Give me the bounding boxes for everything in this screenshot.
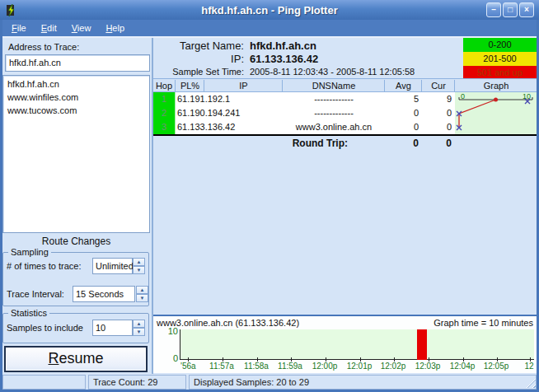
round-trip-avg: 0	[385, 138, 419, 149]
round-trip-cur: 0	[422, 138, 452, 149]
menu-view[interactable]: View	[65, 21, 98, 35]
col-avg[interactable]: Avg	[386, 80, 422, 92]
status-panel-empty	[2, 375, 86, 390]
mini-graph-plot: 0 10	[455, 92, 537, 134]
avg-cell: 0	[385, 108, 419, 118]
x-axis-label: 11:58a	[244, 362, 269, 371]
menu-bar: File Edit View Help	[0, 20, 539, 36]
x-axis-label: 12	[524, 362, 533, 371]
avg-cell: 0	[385, 122, 419, 132]
col-dns[interactable]: DNSName	[284, 80, 385, 92]
avg-cell: 5	[385, 94, 419, 104]
graph-time-label: Graph time = 10 minutes	[434, 318, 533, 328]
hop-number: 2	[153, 106, 176, 120]
hop-number: 3	[153, 120, 176, 134]
legend-low-range: 0-200	[463, 38, 537, 52]
legend-mid-range: 201-500	[463, 52, 537, 66]
statistics-legend: Statistics	[8, 308, 49, 318]
packet-loss-bar	[417, 329, 427, 360]
ip-cell: 61.190.194.241	[177, 108, 240, 118]
trace-count-status: Trace Count: 29	[88, 375, 186, 390]
list-item[interactable]: www.tucows.com	[3, 104, 149, 117]
ping-plotter-window: hfkd.hf.ah.cn - Ping Plotter – □ × File …	[0, 0, 539, 392]
x-axis-label: 12:00p	[312, 362, 338, 371]
x-axis-label: 11:59a	[278, 362, 302, 371]
resume-button[interactable]: Resume	[4, 346, 148, 372]
lightning-icon	[5, 4, 17, 16]
hop-number: 1	[153, 92, 176, 106]
ip-value: 61.133.136.42	[250, 53, 318, 65]
cur-cell: 0	[422, 108, 452, 118]
col-graph[interactable]: Graph	[456, 80, 537, 92]
list-item[interactable]: hfkd.hf.ah.cn	[3, 77, 149, 91]
target-name-value: hfkd.hf.ah.cn	[250, 40, 316, 52]
menu-divider	[0, 36, 539, 38]
x-axis-label: 12:01p	[347, 362, 373, 371]
address-to-trace-label: Address to Trace:	[8, 42, 79, 52]
col-hop[interactable]: Hop	[153, 80, 176, 92]
spin-down-icon[interactable]: ▼	[133, 266, 145, 274]
trace-interval-input[interactable]: 15 Seconds	[73, 286, 135, 302]
maximize-button[interactable]: □	[503, 2, 518, 17]
ip-cell: 61.191.192.1	[177, 94, 230, 104]
menu-file[interactable]: File	[5, 21, 33, 35]
address-listbox[interactable]: hfkd.hf.ah.cn www.winfiles.com www.tucow…	[2, 75, 150, 233]
col-cur[interactable]: Cur	[423, 80, 455, 92]
cur-cell: 9	[422, 94, 452, 104]
hop-mini-graph: 0 10	[455, 92, 537, 134]
ip-label: IP:	[153, 53, 244, 65]
dns-cell: www3.online.ah.cn	[283, 122, 385, 132]
times-to-trace-stepper[interactable]: ▲ ▼	[133, 258, 145, 274]
spin-down-icon[interactable]: ▼	[133, 328, 145, 336]
times-to-trace-label: # of times to trace:	[7, 261, 81, 271]
spin-up-icon[interactable]: ▲	[136, 286, 148, 294]
mini-graph-min-label: 0	[461, 92, 465, 100]
x-axis-label: 12:03p	[415, 362, 441, 371]
app-icon	[3, 2, 18, 17]
samples-stepper[interactable]: ▲ ▼	[133, 320, 145, 336]
window-title: hfkd.hf.ah.cn - Ping Plotter	[0, 4, 539, 16]
col-ip[interactable]: IP	[205, 80, 283, 92]
spin-up-icon[interactable]: ▲	[133, 258, 145, 266]
x-axis-label: 12:04p	[450, 362, 476, 371]
menu-help[interactable]: Help	[99, 21, 131, 35]
list-item[interactable]: www.winfiles.com	[3, 91, 149, 104]
sample-set-time-value: 2005-8-11 12:03:43 - 2005-8-11 12:05:58	[250, 67, 415, 77]
sampling-legend: Sampling	[8, 247, 51, 257]
timeline-panel: www3.online.ah.cn (61.133.136.42) Graph …	[153, 316, 537, 373]
sample-set-time-label: Sample Set Time:	[153, 67, 244, 77]
address-input[interactable]: hfkd.hf.ah.cn	[5, 54, 150, 72]
x-axis-label: 12:02p	[381, 362, 406, 371]
table-header: Hop PL% IP DNSName Avg Cur Graph	[153, 78, 537, 92]
close-button[interactable]: ×	[519, 2, 534, 17]
timeline-ymin-label: 0	[163, 353, 178, 363]
x-axis-label: 11:57a	[209, 362, 234, 371]
displayed-samples-status: Displayed Samples: 20 to 29	[189, 375, 537, 390]
target-name-label: Target Name:	[153, 40, 244, 52]
route-changes-label: Route Changes	[2, 236, 150, 247]
ip-cell: 61.133.136.42	[177, 122, 235, 132]
samples-to-include-label: Samples to include	[7, 323, 83, 333]
x-axis-label: 12:05p	[484, 362, 509, 371]
dns-cell: -------------	[283, 108, 385, 118]
col-pl[interactable]: PL%	[176, 80, 204, 92]
dns-cell: -------------	[283, 94, 385, 104]
round-trip-label: Round Trip:	[252, 138, 348, 149]
menu-edit[interactable]: Edit	[35, 21, 63, 35]
times-to-trace-input[interactable]: Unlimited	[92, 258, 133, 274]
trace-interval-stepper[interactable]: ▲ ▼	[136, 286, 148, 302]
timeline-ymax-label: 10	[163, 326, 178, 336]
status-bar: Trace Count: 29 Displayed Samples: 20 to…	[2, 375, 537, 390]
cur-cell: 0	[422, 122, 452, 132]
x-axis-label: '56a	[180, 362, 196, 371]
timeline-plot[interactable]	[180, 329, 534, 360]
trace-interval-label: Trace Interval:	[7, 289, 64, 299]
spin-up-icon[interactable]: ▲	[133, 320, 145, 328]
round-trip-row: Round Trip: 0 0	[153, 136, 537, 150]
title-bar[interactable]: hfkd.hf.ah.cn - Ping Plotter – □ ×	[0, 0, 539, 20]
minimize-button[interactable]: –	[486, 2, 501, 17]
samples-to-include-input[interactable]: 10	[92, 320, 133, 336]
spin-down-icon[interactable]: ▼	[136, 294, 148, 302]
